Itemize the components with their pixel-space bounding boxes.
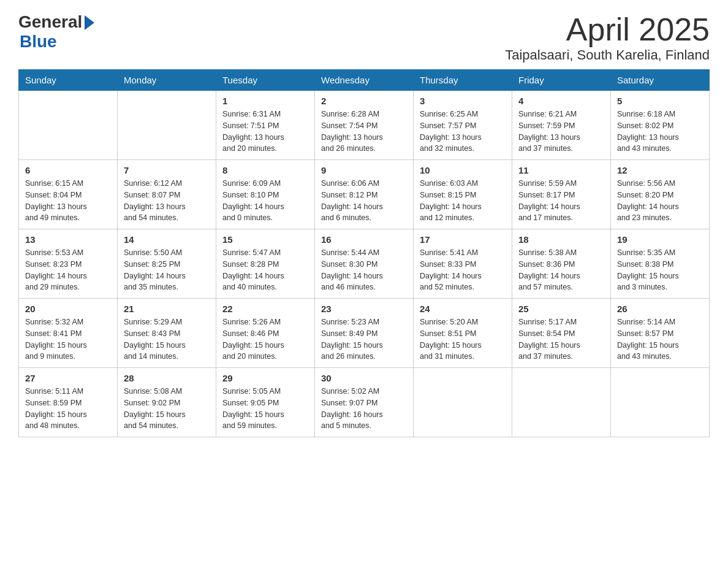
- calendar-cell: 10Sunrise: 6:03 AM Sunset: 8:15 PM Dayli…: [414, 160, 512, 229]
- day-info: Sunrise: 5:56 AM Sunset: 8:20 PM Dayligh…: [617, 178, 703, 224]
- calendar-cell: 28Sunrise: 5:08 AM Sunset: 9:02 PM Dayli…: [118, 368, 216, 437]
- calendar-cell: 12Sunrise: 5:56 AM Sunset: 8:20 PM Dayli…: [611, 160, 710, 229]
- day-info: Sunrise: 6:31 AM Sunset: 7:51 PM Dayligh…: [222, 109, 308, 155]
- day-number: 28: [124, 373, 210, 383]
- day-info: Sunrise: 5:11 AM Sunset: 8:59 PM Dayligh…: [25, 386, 111, 432]
- day-number: 30: [321, 373, 407, 383]
- calendar-cell: 14Sunrise: 5:50 AM Sunset: 8:25 PM Dayli…: [118, 229, 216, 299]
- logo-general-text: General: [18, 12, 82, 32]
- day-number: 18: [518, 234, 604, 245]
- calendar-cell: 3Sunrise: 6:25 AM Sunset: 7:57 PM Daylig…: [414, 91, 512, 160]
- calendar-cell: 6Sunrise: 6:15 AM Sunset: 8:04 PM Daylig…: [19, 160, 118, 229]
- day-info: Sunrise: 6:28 AM Sunset: 7:54 PM Dayligh…: [321, 109, 407, 155]
- day-info: Sunrise: 5:14 AM Sunset: 8:57 PM Dayligh…: [617, 316, 703, 362]
- day-number: 14: [124, 234, 210, 245]
- calendar-week-row: 27Sunrise: 5:11 AM Sunset: 8:59 PM Dayli…: [19, 368, 710, 437]
- logo-blue-text: Blue: [20, 32, 57, 52]
- day-info: Sunrise: 5:23 AM Sunset: 8:49 PM Dayligh…: [321, 316, 407, 362]
- calendar-cell: 15Sunrise: 5:47 AM Sunset: 8:28 PM Dayli…: [216, 229, 315, 299]
- day-number: 11: [518, 165, 604, 175]
- calendar-cell: 13Sunrise: 5:53 AM Sunset: 8:23 PM Dayli…: [19, 229, 118, 299]
- calendar-table: SundayMondayTuesdayWednesdayThursdayFrid…: [18, 69, 710, 437]
- day-number: 10: [420, 165, 506, 175]
- day-info: Sunrise: 6:18 AM Sunset: 8:02 PM Dayligh…: [617, 109, 703, 155]
- day-info: Sunrise: 5:38 AM Sunset: 8:36 PM Dayligh…: [518, 247, 604, 293]
- calendar-cell: 24Sunrise: 5:20 AM Sunset: 8:51 PM Dayli…: [414, 299, 512, 368]
- day-number: 12: [617, 165, 703, 175]
- calendar-cell: 29Sunrise: 5:05 AM Sunset: 9:05 PM Dayli…: [216, 368, 315, 437]
- day-number: 2: [321, 96, 407, 106]
- calendar-cell: 7Sunrise: 6:12 AM Sunset: 8:07 PM Daylig…: [118, 160, 216, 229]
- day-info: Sunrise: 6:25 AM Sunset: 7:57 PM Dayligh…: [420, 109, 506, 155]
- title-block: April 2025 Taipalsaari, South Karelia, F…: [505, 12, 710, 63]
- calendar-cell: 9Sunrise: 6:06 AM Sunset: 8:12 PM Daylig…: [315, 160, 414, 229]
- day-number: 21: [124, 304, 210, 314]
- calendar-cell: [611, 368, 710, 437]
- calendar-cell: [19, 91, 118, 160]
- day-number: 19: [617, 234, 703, 245]
- day-info: Sunrise: 5:53 AM Sunset: 8:23 PM Dayligh…: [25, 247, 111, 293]
- day-number: 9: [321, 165, 407, 175]
- day-number: 16: [321, 234, 407, 245]
- day-number: 17: [420, 234, 506, 245]
- day-number: 27: [25, 373, 111, 383]
- calendar-cell: 1Sunrise: 6:31 AM Sunset: 7:51 PM Daylig…: [216, 91, 315, 160]
- calendar-cell: 25Sunrise: 5:17 AM Sunset: 8:54 PM Dayli…: [512, 299, 611, 368]
- day-info: Sunrise: 5:32 AM Sunset: 8:41 PM Dayligh…: [25, 316, 111, 362]
- day-info: Sunrise: 5:29 AM Sunset: 8:43 PM Dayligh…: [124, 316, 210, 362]
- day-number: 24: [420, 304, 506, 314]
- day-info: Sunrise: 6:09 AM Sunset: 8:10 PM Dayligh…: [222, 178, 308, 224]
- calendar-cell: 26Sunrise: 5:14 AM Sunset: 8:57 PM Dayli…: [611, 299, 710, 368]
- calendar-cell: 21Sunrise: 5:29 AM Sunset: 8:43 PM Dayli…: [118, 299, 216, 368]
- day-number: 7: [124, 165, 210, 175]
- calendar-week-row: 1Sunrise: 6:31 AM Sunset: 7:51 PM Daylig…: [19, 91, 710, 160]
- calendar-cell: 18Sunrise: 5:38 AM Sunset: 8:36 PM Dayli…: [512, 229, 611, 299]
- day-number: 26: [617, 304, 703, 314]
- day-number: 20: [25, 304, 111, 314]
- day-info: Sunrise: 6:12 AM Sunset: 8:07 PM Dayligh…: [124, 178, 210, 224]
- calendar-header: SundayMondayTuesdayWednesdayThursdayFrid…: [19, 70, 710, 91]
- day-info: Sunrise: 5:02 AM Sunset: 9:07 PM Dayligh…: [321, 386, 407, 432]
- day-info: Sunrise: 6:21 AM Sunset: 7:59 PM Dayligh…: [518, 109, 604, 155]
- day-number: 5: [617, 96, 703, 106]
- calendar-cell: 11Sunrise: 5:59 AM Sunset: 8:17 PM Dayli…: [512, 160, 611, 229]
- day-number: 15: [222, 234, 308, 245]
- day-info: Sunrise: 5:08 AM Sunset: 9:02 PM Dayligh…: [124, 386, 210, 432]
- weekday-header: Thursday: [414, 70, 512, 91]
- logo: General Blue: [18, 12, 94, 52]
- weekday-header: Friday: [512, 70, 611, 91]
- day-info: Sunrise: 5:50 AM Sunset: 8:25 PM Dayligh…: [124, 247, 210, 293]
- logo-arrow-icon: [85, 15, 94, 30]
- calendar-cell: 16Sunrise: 5:44 AM Sunset: 8:30 PM Dayli…: [315, 229, 414, 299]
- calendar-cell: 23Sunrise: 5:23 AM Sunset: 8:49 PM Dayli…: [315, 299, 414, 368]
- calendar-cell: 5Sunrise: 6:18 AM Sunset: 8:02 PM Daylig…: [611, 91, 710, 160]
- weekday-header: Saturday: [611, 70, 710, 91]
- day-info: Sunrise: 5:35 AM Sunset: 8:38 PM Dayligh…: [617, 247, 703, 293]
- day-number: 29: [222, 373, 308, 383]
- day-number: 4: [518, 96, 604, 106]
- page-header: General Blue April 2025 Taipalsaari, Sou…: [18, 12, 710, 63]
- calendar-cell: 8Sunrise: 6:09 AM Sunset: 8:10 PM Daylig…: [216, 160, 315, 229]
- calendar-cell: 19Sunrise: 5:35 AM Sunset: 8:38 PM Dayli…: [611, 229, 710, 299]
- calendar-week-row: 13Sunrise: 5:53 AM Sunset: 8:23 PM Dayli…: [19, 229, 710, 299]
- calendar-cell: 2Sunrise: 6:28 AM Sunset: 7:54 PM Daylig…: [315, 91, 414, 160]
- day-info: Sunrise: 5:41 AM Sunset: 8:33 PM Dayligh…: [420, 247, 506, 293]
- calendar-cell: 17Sunrise: 5:41 AM Sunset: 8:33 PM Dayli…: [414, 229, 512, 299]
- day-info: Sunrise: 5:17 AM Sunset: 8:54 PM Dayligh…: [518, 316, 604, 362]
- day-number: 3: [420, 96, 506, 106]
- day-info: Sunrise: 5:44 AM Sunset: 8:30 PM Dayligh…: [321, 247, 407, 293]
- calendar-cell: 22Sunrise: 5:26 AM Sunset: 8:46 PM Dayli…: [216, 299, 315, 368]
- day-info: Sunrise: 5:05 AM Sunset: 9:05 PM Dayligh…: [222, 386, 308, 432]
- weekday-header: Tuesday: [216, 70, 315, 91]
- day-number: 22: [222, 304, 308, 314]
- calendar-cell: [118, 91, 216, 160]
- calendar-body: 1Sunrise: 6:31 AM Sunset: 7:51 PM Daylig…: [19, 91, 710, 437]
- day-info: Sunrise: 6:15 AM Sunset: 8:04 PM Dayligh…: [25, 178, 111, 224]
- day-info: Sunrise: 5:26 AM Sunset: 8:46 PM Dayligh…: [222, 316, 308, 362]
- calendar-week-row: 6Sunrise: 6:15 AM Sunset: 8:04 PM Daylig…: [19, 160, 710, 229]
- day-number: 13: [25, 234, 111, 245]
- weekday-header: Wednesday: [315, 70, 414, 91]
- day-number: 23: [321, 304, 407, 314]
- calendar-cell: [414, 368, 512, 437]
- day-number: 1: [222, 96, 308, 106]
